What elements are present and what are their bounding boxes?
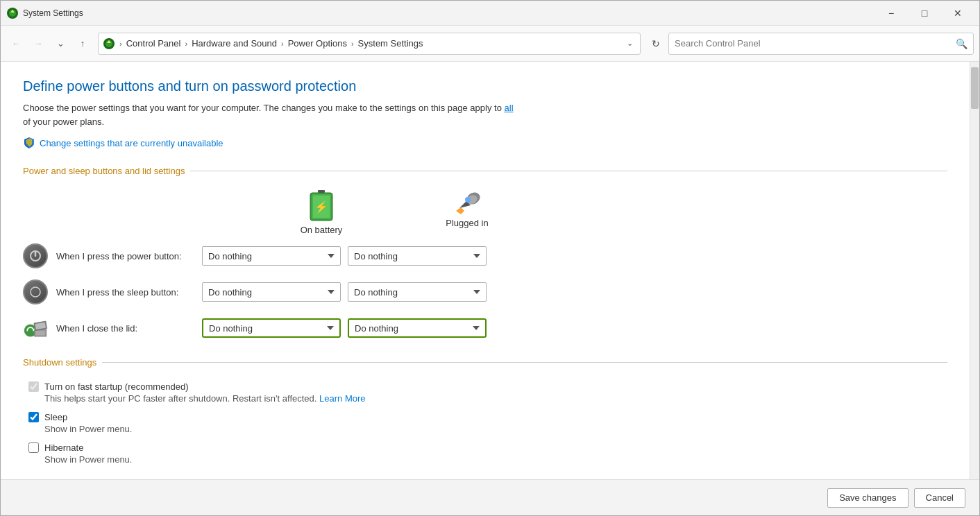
hibernate-item: Hibernate Show in Power menu. [28,442,947,465]
refresh-button[interactable]: ↻ [646,34,666,53]
breadcrumb-sep-3: › [280,40,285,48]
power-button-row: When I press the power button: Do nothin… [23,243,947,268]
plugged-column-label: Plugged in [446,218,488,228]
breadcrumb-system-settings: System Settings [358,38,423,49]
main-window: System Settings − □ ✕ ← → ⌄ ↑ › Control … [0,0,980,516]
sleep-button-dropdowns: Do nothing Sleep Hibernate Shut down Tur… [202,282,487,302]
lid-plugged-select[interactable]: Do nothing Sleep Hibernate Shut down Tur… [348,318,487,338]
power-button-icon [23,243,48,268]
power-sleep-section-header: Power and sleep buttons and lid settings [23,166,947,176]
power-sleep-section-title: Power and sleep buttons and lid settings [23,166,185,176]
change-settings-link[interactable]: Change settings that are currently unava… [40,138,223,148]
search-button[interactable]: 🔍 [956,38,968,49]
maximize-button[interactable]: □ [909,3,940,24]
battery-icon: ⚡ [309,190,334,222]
save-changes-button[interactable]: Save changes [827,488,908,508]
svg-point-16 [31,287,40,297]
sleep-label-row: Sleep [28,412,947,422]
fast-startup-item: Turn on fast startup (recommended) This … [28,381,947,404]
fast-startup-label-row: Turn on fast startup (recommended) [28,381,947,392]
window-icon [6,7,19,19]
window-controls: − □ ✕ [875,3,974,24]
control-panel-icon [103,37,115,50]
lid-battery-select[interactable]: Do nothing Sleep Hibernate Shut down Tur… [202,318,341,338]
window-title: System Settings [23,8,875,18]
sleep-button-battery-select[interactable]: Do nothing Sleep Hibernate Shut down Tur… [202,282,341,302]
hibernate-checkbox[interactable] [28,442,39,453]
up-button[interactable]: ↑ [73,34,92,53]
hibernate-text: Hibernate [44,442,83,453]
search-bar: 🔍 [668,33,974,55]
power-button-plugged-select[interactable]: Do nothing Sleep Hibernate Shut down Tur… [348,246,487,266]
scrollbar[interactable] [970,62,979,479]
sleep-button-icon [23,280,48,304]
hibernate-label-row: Hibernate [28,442,947,453]
battery-column-label: On battery [301,225,343,235]
search-input[interactable] [675,38,956,49]
fast-startup-text: Turn on fast startup (recommended) [44,381,189,392]
plugged-column-header: Plugged in [398,190,537,235]
hibernate-desc: Show in Power menu. [44,454,947,465]
title-bar: System Settings − □ ✕ [1,1,979,26]
content-area: Define power buttons and turn on passwor… [1,62,979,479]
svg-rect-6 [318,190,325,193]
breadcrumb-sep-4: › [350,40,355,48]
cancel-button[interactable]: Cancel [914,488,965,508]
breadcrumb-dropdown-button[interactable]: ⌄ [624,37,636,49]
lid-row: When I close the lid: Do nothing Sleep H… [23,316,947,341]
battery-column-header: ⚡ On battery [252,190,391,235]
breadcrumb-hardware-sound[interactable]: Hardware and Sound [192,38,277,49]
shutdown-section-header: Shutdown settings [23,357,947,368]
bottom-bar: Save changes Cancel [1,479,979,515]
sleep-text: Sleep [44,412,67,422]
page-title: Define power buttons and turn on passwor… [23,78,947,94]
lid-dropdowns: Do nothing Sleep Hibernate Shut down Tur… [202,318,487,338]
sleep-item: Sleep Show in Power menu. [28,412,947,434]
forward-button[interactable]: → [28,34,48,53]
fast-startup-checkbox[interactable] [28,381,39,392]
shutdown-section-title: Shutdown settings [23,357,96,368]
breadcrumb[interactable]: › Control Panel › Hardware and Sound › P… [98,33,641,55]
main-content: Define power buttons and turn on passwor… [1,62,970,479]
column-headers: ⚡ On battery Plugged in [252,190,947,235]
page-description: Choose the power settings that you want … [23,101,523,128]
minimize-button[interactable]: − [875,3,907,24]
plugged-icon [453,190,482,215]
learn-more-link[interactable]: Learn More [319,393,365,404]
fast-startup-desc: This helps start your PC faster after sh… [44,393,947,404]
shutdown-section-divider [102,362,947,363]
address-bar: ← → ⌄ ↑ › Control Panel › Hardware and S… [1,26,979,62]
settings-link-row: Change settings that are currently unava… [23,137,947,149]
svg-text:⚡: ⚡ [314,200,328,214]
sleep-desc: Show in Power menu. [44,424,947,434]
lid-label: When I close the lid: [56,323,202,334]
svg-rect-20 [35,331,45,336]
sleep-checkbox[interactable] [28,412,39,422]
shutdown-section: Shutdown settings Turn on fast startup (… [23,357,947,465]
sleep-button-plugged-select[interactable]: Do nothing Sleep Hibernate Shut down Tur… [348,282,487,302]
breadcrumb-sep-2: › [183,40,189,48]
power-button-dropdowns: Do nothing Sleep Hibernate Shut down Tur… [202,246,487,266]
breadcrumb-power-options[interactable]: Power Options [288,38,347,49]
section-divider [190,171,947,171]
shield-icon [23,137,35,149]
svg-point-13 [465,197,471,203]
breadcrumb-control-panel[interactable]: Control Panel [126,38,181,49]
lid-icon [23,316,48,341]
sleep-button-row: When I press the sleep button: Do nothin… [23,280,947,304]
back-button[interactable]: ← [6,34,26,53]
power-button-label: When I press the power button: [56,251,202,261]
dropdown-button[interactable]: ⌄ [51,34,70,53]
sleep-button-label: When I press the sleep button: [56,287,202,298]
power-button-battery-select[interactable]: Do nothing Sleep Hibernate Shut down Tur… [202,246,341,266]
close-button[interactable]: ✕ [942,3,974,24]
breadcrumb-sep-1: › [118,40,124,48]
scrollbar-thumb[interactable] [971,67,979,109]
